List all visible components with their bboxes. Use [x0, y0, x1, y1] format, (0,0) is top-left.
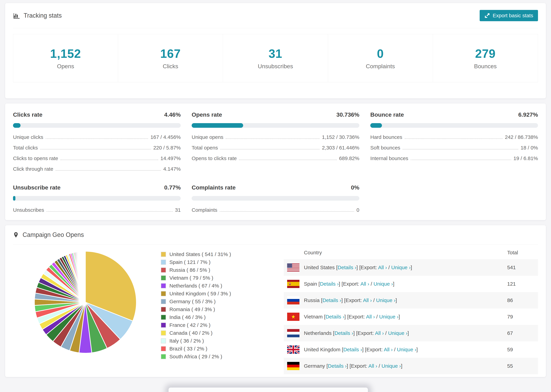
details-link-netherlands[interactable]: Details ›: [334, 330, 353, 336]
tracking-stats-header: Tracking stats Export basic stats: [13, 3, 538, 28]
legend-item-spain: Spain ( 121 / 7% ): [161, 259, 257, 265]
germany-flag-icon: [287, 362, 299, 370]
export-all-link-netherlands[interactable]: All ›: [375, 330, 384, 336]
export-all-link-vietnam[interactable]: All ›: [366, 314, 375, 320]
dotted-leader: [411, 160, 511, 160]
legend-swatch: [161, 260, 166, 265]
details-link-united-kingdom[interactable]: Details ›: [343, 347, 362, 352]
dotted-leader: [403, 149, 518, 149]
legend-item-vietnam: Vietnam ( 79 / 5% ): [161, 275, 257, 281]
stats-summary-row: 1,152Opens167Clicks31Unsubscribes0Compla…: [13, 34, 538, 82]
dotted-leader: [47, 211, 173, 212]
opens-rate-value: 30.736%: [336, 111, 359, 118]
rate-block-complaints-rate: Complaints rate0%Complaints0: [192, 184, 359, 213]
legend-label: United Kingdom ( 59 / 3% ): [170, 291, 231, 297]
export-all-link-united-kingdom[interactable]: All ›: [384, 347, 393, 352]
total-cell-spain: 121: [507, 281, 538, 287]
metric-value: 19 / 6.81%: [514, 155, 538, 161]
metric-label: Total opens: [192, 145, 218, 151]
metric-value: 2,303 / 61.446%: [322, 145, 359, 151]
legend-label: India ( 46 / 3% ): [170, 314, 206, 320]
country-column-header: Country: [304, 250, 507, 256]
legend-label: Italy ( 36 / 2% ): [170, 338, 204, 344]
metric-label: Hard bounces: [370, 134, 402, 140]
metric-row-unique-clicks: Unique clicks167 / 4.456%: [13, 134, 181, 140]
legend-label: Romania ( 49 / 3% ): [170, 307, 215, 312]
bar-chart-icon: [13, 12, 20, 19]
export-button-label: Export basic stats: [493, 13, 533, 19]
clicks-rate-title: Clicks rate: [13, 111, 42, 118]
dotted-leader: [60, 160, 158, 160]
complaints-rate-title: Complaints rate: [192, 184, 236, 191]
export-all-link-united-states[interactable]: All ›: [378, 265, 387, 270]
export-icon: [484, 13, 490, 18]
unsubscribe-rate-progress-fill: [13, 196, 15, 201]
export-unique-link-netherlands[interactable]: Unique ›: [388, 330, 407, 336]
unsubscribe-rate-metrics: Unsubscribes31: [13, 207, 181, 213]
total-cell-netherlands: 67: [507, 330, 538, 336]
metric-value: 167 / 4.456%: [150, 134, 181, 140]
rates-grid: Clicks rate4.46%Unique clicks167 / 4.456…: [13, 111, 538, 213]
country-cell-united-states: United States [Details ›] [Export: All ›…: [304, 265, 507, 270]
unsubscribe-rate-header: Unsubscribe rate0.77%: [13, 184, 181, 191]
export-all-link-spain[interactable]: All ›: [360, 281, 369, 287]
metric-label: Unique opens: [192, 134, 223, 140]
tracking-stats-page: Tracking stats Export basic stats 1,152O…: [0, 3, 551, 392]
page-title: Tracking stats: [24, 12, 62, 19]
export-unique-link-germany[interactable]: Unique ›: [381, 363, 401, 369]
stat-opens-label: Opens: [57, 63, 74, 70]
legend-label: United States ( 541 / 31% ): [170, 252, 231, 257]
bounce-rate-progress-fill: [370, 123, 382, 128]
geo-content: United States ( 541 / 31% )Spain ( 121 /…: [13, 245, 538, 374]
legend-swatch: [161, 354, 166, 359]
legend-swatch: [161, 283, 166, 288]
stat-unsubscribes-value: 31: [269, 47, 282, 61]
metric-row-total-clicks: Total clicks220 / 5.87%: [13, 145, 181, 151]
bounce-rate-title: Bounce rate: [370, 111, 404, 118]
legend-label: South Africa ( 29 / 2% ): [170, 354, 222, 359]
legend-item-germany: Germany ( 55 / 3% ): [161, 299, 257, 304]
metric-label: Internal bounces: [370, 155, 408, 161]
complaints-rate-header: Complaints rate0%: [192, 184, 359, 191]
export-unique-link-united-states[interactable]: Unique ›: [391, 265, 410, 270]
geo-title: Campaign Geo Opens: [23, 231, 84, 238]
stat-opens-value: 1,152: [50, 47, 81, 61]
metric-value: 18 / 0%: [521, 145, 538, 151]
export-unique-link-russia[interactable]: Unique ›: [376, 297, 396, 303]
legend-item-united-kingdom: United Kingdom ( 59 / 3% ): [161, 291, 257, 297]
stat-complaints: 0Complaints: [328, 34, 433, 82]
total-cell-united-kingdom: 59: [507, 347, 538, 352]
details-link-russia[interactable]: Details ›: [322, 297, 341, 303]
legend-swatch: [161, 275, 166, 280]
legend-label: Russia ( 86 / 5% ): [170, 267, 210, 273]
details-link-vietnam[interactable]: Details ›: [325, 314, 344, 320]
total-column-header: Total: [507, 250, 538, 256]
metric-row-unsubscribes: Unsubscribes31: [13, 207, 181, 213]
stat-clicks-value: 167: [160, 47, 181, 61]
export-unique-link-united-kingdom[interactable]: Unique ›: [397, 347, 416, 352]
table-row-united-kingdom: United Kingdom [Details ›] [Export: All …: [284, 341, 538, 358]
stat-opens: 1,152Opens: [13, 34, 118, 82]
geo-table-header: Country Total: [284, 246, 538, 259]
details-link-united-states[interactable]: Details ›: [338, 265, 356, 270]
details-link-spain[interactable]: Details ›: [320, 281, 339, 287]
details-link-germany[interactable]: Details ›: [328, 363, 347, 369]
export-unique-link-vietnam[interactable]: Unique ›: [379, 314, 399, 320]
legend-label: Brazil ( 33 / 2% ): [170, 346, 207, 352]
table-row-vietnam: Vietnam [Details ›] [Export: All › / Uni…: [284, 308, 538, 325]
legend-label: Vietnam ( 79 / 5% ): [170, 275, 213, 281]
bounce-rate-value: 6.927%: [518, 111, 538, 118]
metric-label: Unsubscribes: [13, 207, 44, 213]
country-cell-russia: Russia [Details ›] [Export: All › / Uniq…: [304, 297, 507, 303]
metric-label: Soft bounces: [370, 145, 400, 151]
export-basic-stats-button[interactable]: Export basic stats: [480, 10, 538, 21]
export-all-link-russia[interactable]: All ›: [363, 297, 372, 303]
complaints-rate-value: 0%: [351, 184, 359, 191]
export-all-link-germany[interactable]: All ›: [368, 363, 377, 369]
legend-item-south-africa: South Africa ( 29 / 2% ): [161, 354, 257, 359]
vietnam-flag-icon: [287, 313, 299, 321]
legend-item-italy: Italy ( 36 / 2% ): [161, 338, 257, 344]
legend-item-romania: Romania ( 49 / 3% ): [161, 307, 257, 312]
metric-row-internal-bounces: Internal bounces19 / 6.81%: [370, 155, 538, 161]
export-unique-link-spain[interactable]: Unique ›: [374, 281, 393, 287]
